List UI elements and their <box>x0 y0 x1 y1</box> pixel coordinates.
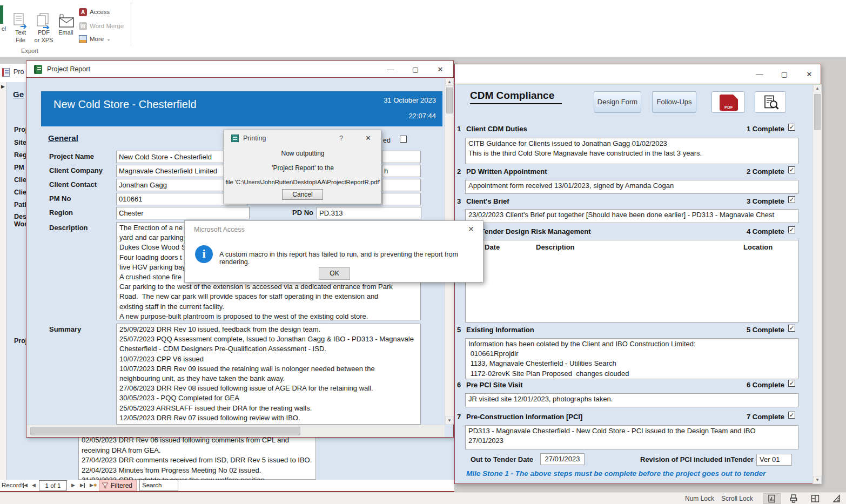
ok-button[interactable]: OK <box>319 267 350 280</box>
report-banner: New Cold Store - Chesterfield 31 October… <box>41 91 442 126</box>
email-label: Email <box>55 29 77 36</box>
report-banner-date: 31 October 2023 <box>384 96 436 104</box>
scroll-up-icon[interactable]: ▲ <box>445 78 454 86</box>
pdf-xps-button[interactable]: PDF or XPS <box>31 3 56 54</box>
record-selector-arrow-icon: ▶ <box>1 84 5 89</box>
report-preview-button[interactable] <box>755 91 786 113</box>
report-window-title: Project Report <box>47 65 90 73</box>
previous-record-button[interactable]: ◀ <box>32 482 36 488</box>
cancel-button[interactable]: Cancel <box>282 189 323 200</box>
out-to-tender-field[interactable]: 27/01/2023 <box>540 453 585 465</box>
new-record-button[interactable]: ▶✱ <box>90 482 97 488</box>
search-input[interactable]: Search <box>139 480 178 491</box>
item-status: 5 Complete <box>693 326 784 334</box>
column-header-date: Date <box>485 243 500 251</box>
close-icon[interactable]: ✕ <box>365 134 371 142</box>
layout-view-button[interactable] <box>806 493 824 504</box>
filtered-button[interactable]: Filtered <box>99 480 137 491</box>
access-button[interactable]: A Access <box>79 6 110 17</box>
scroll-down-icon[interactable]: ▼ <box>445 416 454 425</box>
item-title: Existing Information <box>466 326 534 334</box>
field-fragment[interactable]: h <box>382 165 421 177</box>
design-view-button[interactable] <box>828 493 846 504</box>
report-view-button[interactable] <box>763 493 781 504</box>
follow-ups-button[interactable]: Follow-Ups <box>652 91 696 113</box>
item-status: 7 Complete <box>693 413 784 421</box>
report-window-titlebar[interactable]: Project Report — ▢ ✕ <box>26 61 453 78</box>
scroll-down-icon[interactable]: ▼ <box>813 476 822 484</box>
item-checkbox[interactable]: ✓ <box>788 124 795 131</box>
field-fragment[interactable] <box>382 179 421 191</box>
first-record-button[interactable]: ◀ <box>23 482 28 488</box>
item-checkbox[interactable]: ✓ <box>788 325 795 332</box>
item-checkbox[interactable]: ✓ <box>788 196 795 203</box>
maximize-button[interactable]: ▢ <box>773 64 796 84</box>
access-error-dialog: Microsoft Access ✕ i A custom macro in t… <box>184 220 484 283</box>
close-icon[interactable]: ✕ <box>468 225 474 233</box>
field-label: Project Name <box>49 152 94 160</box>
item-number: 1 <box>457 125 461 133</box>
completed-checkbox[interactable] <box>400 136 407 143</box>
ribbon-separator <box>131 2 131 46</box>
word-merge-label: Word Merge <box>90 23 124 29</box>
background-label: Wor <box>14 220 27 228</box>
last-record-button[interactable]: ▶ <box>80 482 85 488</box>
close-button[interactable]: ✕ <box>797 64 821 84</box>
more-button[interactable]: More ⌄ <box>79 33 111 44</box>
report-preview-icon <box>763 95 779 112</box>
email-icon <box>57 14 75 30</box>
item-text-box[interactable]: Information has been colated by the Clie… <box>465 338 798 379</box>
scroll-up-icon[interactable]: ▲ <box>813 84 822 92</box>
scrollbar-thumb[interactable] <box>814 94 821 130</box>
excel-icon[interactable] <box>0 5 4 24</box>
word-merge-button[interactable]: W Word Merge <box>79 21 124 31</box>
item-text-box[interactable]: JR visited site 12/01/2023, photographs … <box>465 393 798 407</box>
background-label: Site <box>14 139 26 146</box>
summary-field[interactable]: 25/09/2023 DRR Rev 10 issued, feedback f… <box>116 324 421 425</box>
next-record-button[interactable]: ▶ <box>71 482 75 488</box>
report-banner-time: 22:07:44 <box>408 112 436 120</box>
field-fragment[interactable] <box>382 193 421 205</box>
text-file-label-2: File <box>9 37 32 43</box>
item-text-box[interactable]: 23/02/2023 Client's Brief put together [… <box>465 209 798 223</box>
item-checkbox[interactable]: ✓ <box>788 166 795 173</box>
risk-table-box[interactable]: Date Description Location <box>465 240 798 322</box>
item-text-box[interactable]: Appointment form received 13/01/2023, si… <box>465 180 798 194</box>
maximize-button[interactable]: ▢ <box>404 61 427 78</box>
scrollbar-thumb[interactable] <box>446 88 453 113</box>
background-summary-box[interactable]: 02/05/2023 DRR Rev 06 issued following c… <box>78 433 316 480</box>
pd-no-field[interactable]: PD.313 <box>317 207 421 219</box>
region-field[interactable]: Chester <box>116 207 250 219</box>
item-text: JR visited site 12/01/2023, photographs … <box>466 394 798 405</box>
close-button[interactable]: ✕ <box>428 61 452 78</box>
report-horizontal-scrollbar[interactable] <box>27 425 445 437</box>
item-checkbox[interactable]: ✓ <box>788 412 795 419</box>
excel-button-label[interactable]: el <box>0 25 8 32</box>
field-label: Region <box>49 209 73 217</box>
scrollbar-thumb[interactable] <box>30 427 300 435</box>
minimize-button[interactable]: — <box>748 64 771 84</box>
record-position-box[interactable]: 1 of 1 <box>39 480 67 490</box>
item-checkbox[interactable]: ✓ <box>788 226 795 233</box>
description-label: Description <box>49 224 88 232</box>
cdm-window-titlebar[interactable]: — ▢ ✕ <box>455 64 821 84</box>
email-button[interactable]: Email <box>55 3 77 54</box>
help-icon[interactable]: ? <box>339 134 343 142</box>
printing-dialog-icon <box>231 135 239 142</box>
item-title: Client's Brief <box>466 197 509 205</box>
cdm-vertical-scrollbar[interactable]: ▲ ▼ <box>813 84 822 484</box>
pdf-export-button[interactable]: PDF <box>711 91 745 113</box>
num-lock-indicator: Num Lock <box>685 495 714 502</box>
print-preview-button[interactable] <box>784 493 803 504</box>
text-file-button[interactable]: Text File <box>9 3 32 54</box>
item-text-box[interactable]: PD313 - Magnavale Chesterfield - New Col… <box>465 425 798 449</box>
item-checkbox[interactable]: ✓ <box>788 380 795 387</box>
item-number: 5 <box>457 326 461 334</box>
revision-field[interactable]: Ver 01 <box>756 454 792 466</box>
minimize-button[interactable]: — <box>379 61 402 78</box>
item-title: Client CDM Duties <box>466 125 527 133</box>
item-status: 4 Complete <box>693 227 784 236</box>
field-fragment[interactable] <box>382 151 421 163</box>
design-form-button[interactable]: Design Form <box>594 91 641 113</box>
item-text-box[interactable]: CITB Guidance for Clients issued to Jona… <box>465 138 798 164</box>
